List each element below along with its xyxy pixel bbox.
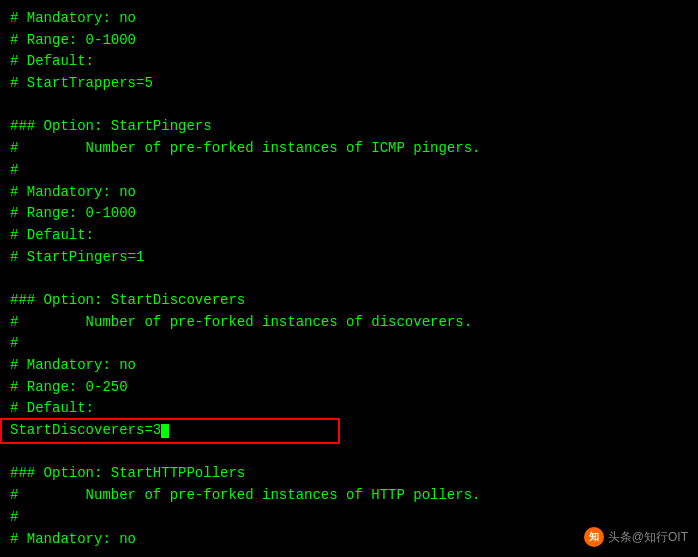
terminal-line: ### Option: StartHTTPPollers (10, 463, 688, 485)
terminal-line: # Default: (10, 225, 688, 247)
terminal-line: ### Option: StartPingers (10, 116, 688, 138)
terminal-line: # StartPingers=1 (10, 247, 688, 269)
terminal-line: # Number of pre-forked instances of disc… (10, 312, 688, 334)
terminal-line: # Range: 0-1000 (10, 203, 688, 225)
terminal-line: # Default: (10, 398, 688, 420)
terminal-line (10, 268, 688, 290)
terminal-line: # Range: 0-1000 (10, 30, 688, 52)
terminal-line: # Number of pre-forked instances of HTTP… (10, 485, 688, 507)
terminal-line: # Mandatory: no (10, 182, 688, 204)
terminal-line: # Mandatory: no (10, 355, 688, 377)
watermark-logo: 知 (584, 527, 604, 547)
terminal-line: # Default: (10, 51, 688, 73)
terminal-line (10, 442, 688, 464)
terminal-line: ### Option: StartDiscoverers (10, 290, 688, 312)
terminal-line: # Mandatory: no (10, 8, 688, 30)
terminal-line: StartDiscoverers=3 (10, 420, 688, 442)
terminal-line: # StartTrappers=5 (10, 73, 688, 95)
watermark-text: 头条@知行OIT (608, 529, 688, 546)
terminal-line: # (10, 160, 688, 182)
code-content: # Mandatory: no# Range: 0-1000# Default:… (10, 8, 688, 550)
terminal-line: # (10, 333, 688, 355)
terminal-line (10, 95, 688, 117)
terminal-line: # (10, 507, 688, 529)
terminal-line: # Number of pre-forked instances of ICMP… (10, 138, 688, 160)
text-cursor (161, 424, 169, 438)
terminal: # Mandatory: no# Range: 0-1000# Default:… (0, 0, 698, 557)
terminal-line: # Range: 0-250 (10, 377, 688, 399)
watermark: 知 头条@知行OIT (584, 527, 688, 547)
